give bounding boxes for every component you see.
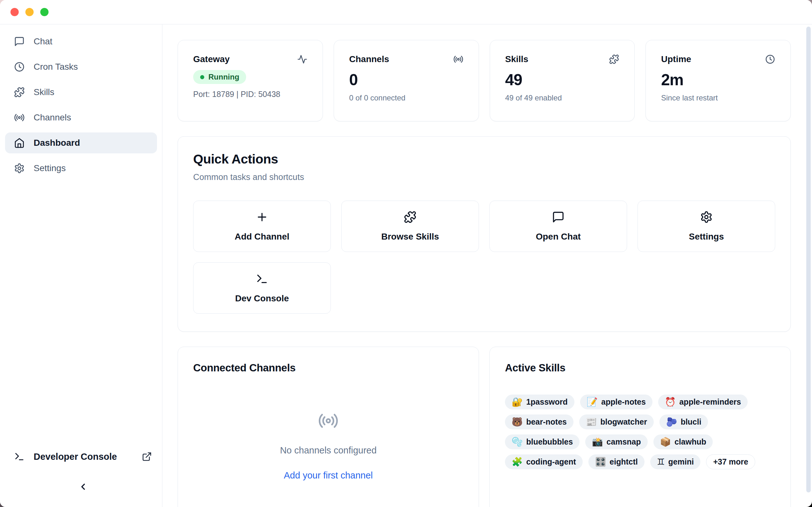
stat-card-uptime: Uptime 2m Since last restart (646, 40, 791, 121)
home-icon (14, 137, 25, 148)
uptime-value: 2m (661, 71, 775, 89)
skill-badge-blogwatcher: 📰blogwatcher (579, 414, 654, 429)
action-label: Dev Console (235, 293, 289, 303)
scrollbar[interactable] (806, 26, 811, 493)
sidebar-item-label: Chat (34, 37, 52, 47)
skills-sub: 49 of 49 enabled (505, 94, 619, 102)
browse-skills-button[interactable]: Browse Skills (341, 201, 479, 252)
dev-console-button[interactable]: Dev Console (193, 262, 331, 314)
title-bar (0, 0, 812, 24)
sidebar-item-label: Dashboard (34, 138, 80, 148)
skill-badge-apple-notes: 📝apple-notes (580, 395, 653, 409)
active-skills-panel: Active Skills 🔐1password 📝apple-notes ⏰a… (490, 347, 791, 507)
skill-badge-bluebubbles: 🫧bluebubbles (505, 435, 579, 449)
gateway-status-badge: Running (193, 70, 246, 84)
app-window: Chat Cron Tasks Skills Channels Dashboar… (0, 0, 812, 507)
skill-badge-eightctl: 🎛️eightctl (589, 454, 645, 469)
stat-title: Gateway (193, 54, 230, 64)
sidebar-nav: Chat Cron Tasks Skills Channels Dashboar… (0, 24, 162, 179)
sidebar-item-chat[interactable]: Chat (5, 31, 157, 52)
settings-button[interactable]: Settings (638, 201, 775, 252)
dashboard-main: Gateway Running Port: 18789 | PID: 50438… (162, 24, 812, 507)
skill-label: blucli (681, 417, 701, 427)
clock-icon (14, 61, 25, 72)
skill-emoji: ♊ (657, 458, 665, 466)
skill-label: 1password (526, 397, 568, 406)
developer-console-link[interactable]: Developer Console (14, 446, 152, 467)
sidebar-item-channels[interactable]: Channels (5, 107, 157, 128)
sidebar-collapse-button[interactable] (77, 481, 90, 493)
gateway-port-pid: Port: 18789 | PID: 50438 (193, 90, 307, 99)
chevron-left-icon (78, 482, 88, 492)
stat-card-gateway: Gateway Running Port: 18789 | PID: 50438 (177, 40, 323, 121)
skill-emoji: 🐻 (512, 418, 523, 427)
skill-label: bluebubbles (526, 437, 573, 447)
puzzle-icon (14, 87, 25, 98)
radio-icon (14, 112, 25, 123)
stat-card-channels: Channels 0 0 of 0 connected (334, 40, 479, 121)
activity-icon (297, 54, 307, 64)
skill-label: bear-notes (526, 417, 567, 427)
skill-badge-bear-notes: 🐻bear-notes (505, 414, 573, 429)
minimize-button[interactable] (26, 8, 34, 16)
gear-icon (700, 211, 713, 223)
action-label: Add Channel (235, 232, 290, 242)
bottom-row: Connected Channels No channels configure… (177, 347, 791, 507)
sidebar-item-label: Skills (34, 87, 54, 97)
chat-icon (14, 36, 25, 47)
connected-channels-panel: Connected Channels No channels configure… (177, 347, 479, 507)
more-skills-button[interactable]: +37 more (706, 454, 755, 469)
puzzle-icon (404, 211, 416, 223)
no-channels-text: No channels configured (280, 445, 377, 456)
add-channel-button[interactable]: Add Channel (193, 201, 331, 252)
plus-icon (256, 211, 268, 223)
stat-card-skills: Skills 49 49 of 49 enabled (490, 40, 635, 121)
skill-emoji: 🔐 (512, 398, 523, 406)
stat-title: Skills (505, 54, 528, 64)
sidebar-footer: Developer Console (0, 446, 162, 507)
skill-label: coding-agent (526, 457, 576, 466)
skill-emoji: 🫧 (512, 438, 523, 447)
external-link-icon (142, 452, 152, 462)
stat-title: Channels (349, 54, 389, 64)
sidebar-item-settings[interactable]: Settings (5, 158, 157, 179)
sidebar-item-dashboard[interactable]: Dashboard (5, 132, 157, 153)
skill-badge-1password: 🔐1password (505, 395, 574, 409)
action-label: Open Chat (536, 232, 581, 242)
add-first-channel-link[interactable]: Add your first channel (284, 470, 373, 481)
action-label: Browse Skills (381, 232, 439, 242)
skill-emoji: 📦 (660, 438, 671, 447)
stat-title: Uptime (661, 54, 691, 64)
connected-channels-title: Connected Channels (193, 361, 463, 375)
sidebar-item-label: Settings (34, 163, 66, 173)
close-button[interactable] (10, 8, 19, 16)
skill-emoji: 📰 (586, 418, 597, 427)
channels-count: 0 (349, 71, 463, 89)
skill-emoji: 🫐 (666, 418, 677, 427)
gear-icon (14, 163, 25, 174)
sidebar-item-label: Channels (34, 112, 71, 123)
chat-icon (552, 211, 565, 223)
skill-badge-blucli: 🫐blucli (659, 414, 708, 429)
skill-badge-clawhub: 📦clawhub (653, 435, 713, 449)
skill-label: blogwatcher (600, 417, 647, 427)
radio-icon (453, 54, 463, 64)
sidebar-item-skills[interactable]: Skills (5, 82, 157, 103)
quick-actions-grid: Add Channel Browse Skills Open Chat Sett… (193, 201, 775, 314)
quick-actions-title: Quick Actions (193, 152, 775, 166)
quick-actions-subtitle: Common tasks and shortcuts (193, 171, 775, 183)
terminal-icon (14, 451, 25, 462)
zoom-button[interactable] (40, 8, 49, 16)
skill-label: camsnap (606, 437, 641, 447)
skill-emoji: ⏰ (665, 398, 676, 406)
radio-icon (318, 410, 339, 431)
sidebar-item-cron-tasks[interactable]: Cron Tasks (5, 56, 157, 77)
skill-label: apple-reminders (679, 397, 741, 406)
open-chat-button[interactable]: Open Chat (490, 201, 627, 252)
channels-empty-state: No channels configured Add your first ch… (193, 375, 463, 481)
skill-badges: 🔐1password 📝apple-notes ⏰apple-reminders… (505, 395, 775, 469)
skill-badge-gemini: ♊gemini (650, 454, 701, 469)
clock-icon (765, 54, 775, 64)
skill-label: apple-notes (601, 397, 646, 406)
skill-emoji: 📝 (587, 398, 598, 406)
